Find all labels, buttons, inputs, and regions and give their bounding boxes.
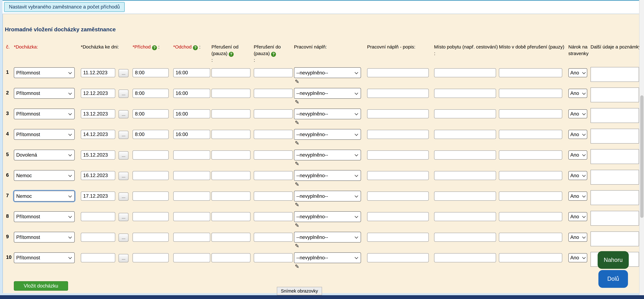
attendance-type-select[interactable]: Přítomnost — [14, 109, 75, 119]
work-description-input[interactable] — [367, 253, 429, 262]
departure-time-input[interactable] — [173, 253, 210, 262]
attendance-type-select[interactable]: Dovolená — [14, 150, 75, 160]
work-description-input[interactable] — [367, 233, 429, 242]
help-icon[interactable]: ? — [152, 45, 157, 50]
break-to-input[interactable] — [254, 109, 293, 118]
break-location-input[interactable] — [499, 68, 562, 77]
arrival-time-input[interactable] — [132, 150, 169, 159]
notes-textarea[interactable] — [590, 67, 639, 82]
break-from-input[interactable] — [212, 191, 250, 200]
edit-pencil-icon[interactable]: ✎ — [295, 223, 299, 228]
break-to-input[interactable] — [254, 150, 293, 159]
edit-pencil-icon[interactable]: ✎ — [295, 120, 299, 125]
date-picker-button[interactable]: ... — [118, 110, 128, 118]
departure-time-input[interactable] — [173, 150, 210, 159]
date-picker-button[interactable]: ... — [118, 192, 128, 201]
location-input[interactable] — [434, 191, 496, 200]
date-picker-button[interactable]: ... — [118, 172, 128, 180]
arrival-time-input[interactable] — [132, 68, 169, 77]
date-picker-button[interactable]: ... — [118, 254, 128, 262]
break-to-input[interactable] — [254, 253, 293, 262]
edit-pencil-icon[interactable]: ✎ — [295, 99, 299, 105]
edit-pencil-icon[interactable]: ✎ — [295, 202, 299, 208]
location-input[interactable] — [434, 130, 496, 139]
edit-pencil-icon[interactable]: ✎ — [295, 141, 299, 146]
notes-textarea[interactable] — [590, 170, 639, 185]
break-location-input[interactable] — [499, 171, 562, 180]
work-task-select[interactable]: --nevyplněno-- — [294, 170, 361, 181]
help-icon[interactable]: ? — [193, 45, 198, 50]
work-description-input[interactable] — [367, 212, 429, 221]
notes-textarea[interactable] — [590, 108, 639, 123]
break-to-input[interactable] — [254, 89, 293, 98]
arrival-time-input[interactable] — [132, 109, 169, 118]
meal-voucher-select[interactable]: Ano — [568, 89, 587, 98]
notes-textarea[interactable] — [590, 88, 639, 102]
date-picker-button[interactable]: ... — [118, 233, 128, 242]
set-employee-button[interactable]: Nastavit vybraného zaměstnance a počet p… — [4, 2, 125, 12]
meal-voucher-select[interactable]: Ano — [568, 212, 587, 221]
arrival-time-input[interactable] — [132, 253, 169, 262]
meal-voucher-select[interactable]: Ano — [568, 150, 587, 159]
work-task-select[interactable]: --nevyplněno-- — [294, 191, 361, 201]
meal-voucher-select[interactable]: Ano — [568, 171, 587, 180]
departure-time-input[interactable] — [173, 191, 210, 200]
date-picker-button[interactable]: ... — [118, 131, 128, 139]
scroll-up-button[interactable]: Nahoru — [598, 251, 629, 269]
work-task-select[interactable]: --nevyplněno-- — [294, 252, 361, 263]
break-location-input[interactable] — [499, 233, 562, 242]
attendance-date-input[interactable] — [81, 89, 115, 98]
location-input[interactable] — [434, 68, 496, 77]
attendance-date-input[interactable] — [81, 109, 115, 118]
work-task-select[interactable]: --nevyplněno-- — [294, 67, 361, 78]
meal-voucher-select[interactable]: Ano — [568, 68, 587, 77]
location-input[interactable] — [434, 89, 496, 98]
attendance-type-select[interactable]: Přítomnost — [14, 211, 75, 222]
arrival-time-input[interactable] — [132, 233, 169, 242]
break-location-input[interactable] — [499, 253, 562, 262]
attendance-date-input[interactable] — [81, 212, 115, 221]
work-task-select[interactable]: --nevyplněno-- — [294, 129, 361, 140]
location-input[interactable] — [434, 150, 496, 159]
break-to-input[interactable] — [254, 212, 293, 221]
break-location-input[interactable] — [499, 89, 562, 98]
break-location-input[interactable] — [499, 109, 562, 118]
arrival-time-input[interactable] — [132, 89, 169, 98]
meal-voucher-select[interactable]: Ano — [568, 130, 587, 139]
meal-voucher-select[interactable]: Ano — [568, 191, 587, 200]
attendance-type-select[interactable]: Přítomnost — [14, 129, 75, 140]
date-picker-button[interactable]: ... — [118, 69, 128, 77]
break-from-input[interactable] — [212, 233, 250, 242]
break-to-input[interactable] — [254, 191, 293, 200]
work-task-select[interactable]: --nevyplněno-- — [294, 88, 361, 99]
notes-textarea[interactable] — [590, 211, 639, 226]
work-task-select[interactable]: --nevyplněno-- — [294, 232, 361, 242]
edit-pencil-icon[interactable]: ✎ — [295, 79, 299, 84]
break-from-input[interactable] — [212, 89, 250, 98]
location-input[interactable] — [434, 171, 496, 180]
notes-textarea[interactable] — [590, 149, 639, 164]
work-description-input[interactable] — [367, 191, 429, 200]
scroll-down-button[interactable]: Dolů — [598, 270, 628, 288]
break-to-input[interactable] — [254, 233, 293, 242]
break-from-input[interactable] — [212, 68, 250, 77]
edit-pencil-icon[interactable]: ✎ — [295, 243, 299, 249]
break-to-input[interactable] — [254, 68, 293, 77]
work-description-input[interactable] — [367, 150, 429, 159]
help-icon[interactable]: ? — [271, 52, 276, 57]
break-from-input[interactable] — [212, 253, 250, 262]
work-task-select[interactable]: --nevyplněno-- — [294, 150, 361, 160]
attendance-type-select[interactable]: Nemoc — [14, 191, 75, 201]
location-input[interactable] — [434, 253, 496, 262]
help-icon[interactable]: ? — [229, 52, 234, 57]
notes-textarea[interactable] — [590, 129, 639, 144]
notes-textarea[interactable] — [590, 231, 639, 246]
break-from-input[interactable] — [212, 150, 250, 159]
break-location-input[interactable] — [499, 191, 562, 200]
location-input[interactable] — [434, 212, 496, 221]
notes-textarea[interactable] — [590, 190, 639, 205]
work-description-input[interactable] — [367, 68, 429, 77]
work-description-input[interactable] — [367, 130, 429, 139]
departure-time-input[interactable] — [173, 171, 210, 180]
attendance-date-input[interactable] — [81, 150, 115, 159]
